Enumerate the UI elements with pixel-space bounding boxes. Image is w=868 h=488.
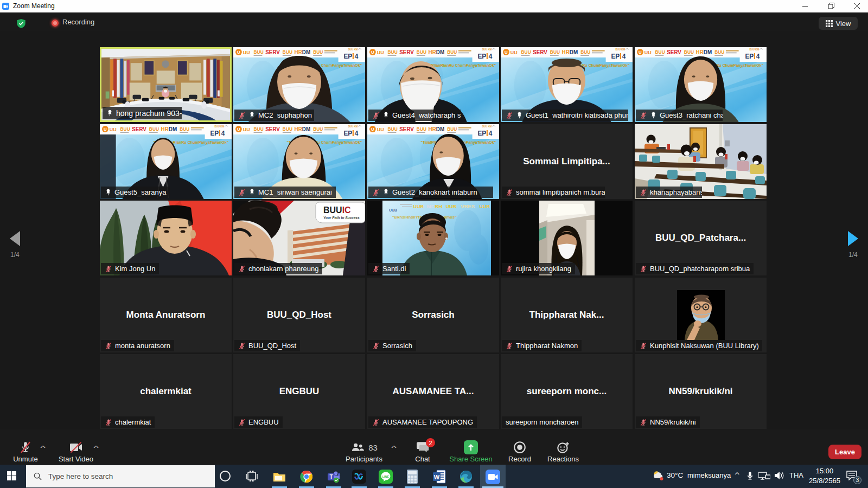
svg-text:HRDM: HRDM: [562, 49, 578, 55]
svg-text:BUU: BUU: [283, 49, 292, 55]
svg-text:Your Path to Success: Your Path to Success: [323, 216, 360, 220]
svg-text:UU: UU: [110, 127, 117, 132]
svg-text:U: U: [505, 50, 508, 55]
svg-text:BUU: BUU: [149, 126, 159, 132]
svg-text:BUU: BUU: [388, 49, 398, 55]
svg-text:SERV: SERV: [265, 49, 280, 55]
svg-text:BUU: BUU: [417, 126, 426, 132]
svg-text:MDRH: MDRH: [426, 203, 442, 209]
svg-text:T: T: [329, 474, 333, 480]
svg-text:4: 4: [489, 130, 493, 137]
svg-text:UU: UU: [644, 50, 652, 55]
svg-text:BUU: BUU: [254, 126, 264, 132]
svg-text:HRDM: HRDM: [161, 126, 177, 132]
svg-text:BUU KM: BUU KM: [482, 48, 492, 51]
svg-text:SERV: SERV: [399, 126, 414, 132]
svg-text:W: W: [434, 474, 440, 480]
svg-text:BUU: BUU: [388, 126, 398, 132]
svg-text:4: 4: [622, 53, 626, 60]
svg-text:BUU KM: BUU KM: [348, 125, 358, 128]
svg-text:BUU KM: BUU KM: [214, 125, 224, 128]
svg-text:UUB: UUB: [389, 208, 397, 212]
svg-text:BUU: BUU: [655, 49, 665, 55]
svg-text:BUU: BUU: [684, 49, 694, 55]
svg-text:BUU: BUU: [521, 49, 531, 55]
svg-text:U: U: [371, 50, 374, 55]
svg-text:EP: EP: [343, 130, 352, 137]
svg-text:UUB: UUB: [480, 204, 490, 209]
svg-text:4: 4: [756, 53, 760, 60]
svg-text:HRDM: HRDM: [696, 49, 712, 55]
svg-text:UU: UU: [243, 50, 250, 55]
svg-text:SERV: SERV: [132, 126, 146, 132]
svg-text:BUU: BUU: [313, 49, 323, 55]
svg-text:UU: UU: [510, 50, 518, 55]
svg-text:BUU KM: BUU KM: [749, 48, 759, 51]
svg-text:4: 4: [221, 130, 225, 137]
svg-text:VRES: VRES: [461, 203, 475, 209]
svg-text:SERV: SERV: [399, 49, 414, 55]
svg-text:SERV: SERV: [265, 126, 280, 132]
svg-text:U: U: [237, 50, 240, 55]
svg-text:BUU: BUU: [313, 126, 323, 132]
svg-text:SERV: SERV: [667, 49, 681, 55]
svg-text:U: U: [639, 50, 642, 55]
svg-text:U: U: [237, 127, 240, 132]
svg-text:BUU KM: BUU KM: [615, 48, 625, 51]
svg-text:BUU: BUU: [580, 49, 590, 55]
svg-text:BUU: BUU: [417, 49, 426, 55]
svg-text:BUU: BUU: [180, 126, 189, 132]
svg-text:U: U: [371, 127, 374, 132]
svg-text:BUU: BUU: [447, 126, 457, 132]
svg-text:4: 4: [489, 53, 493, 60]
svg-text:EP: EP: [477, 130, 486, 137]
svg-text:BUU: BUU: [447, 49, 457, 55]
svg-text:BUUIC: BUUIC: [323, 206, 351, 215]
svg-text:U: U: [104, 127, 107, 132]
svg-text:HRDM: HRDM: [295, 49, 311, 55]
svg-text:HRDM: HRDM: [295, 126, 311, 132]
svg-text:BUU: BUU: [550, 49, 560, 55]
svg-text:4: 4: [355, 130, 359, 137]
svg-text:SERV: SERV: [533, 49, 547, 55]
svg-text:BUU: BUU: [254, 49, 264, 55]
svg-text:EP: EP: [210, 130, 219, 137]
svg-text:HRDM: HRDM: [429, 49, 445, 55]
svg-text:UUB: UUB: [446, 204, 457, 209]
svg-text:4: 4: [355, 53, 359, 60]
svg-text:BUU: BUU: [714, 49, 724, 55]
svg-text:EP: EP: [745, 53, 754, 60]
svg-text:EP: EP: [477, 53, 486, 60]
svg-text:BUU KM: BUU KM: [482, 125, 492, 128]
svg-text:BUU: BUU: [120, 126, 130, 132]
svg-text:UU: UU: [377, 127, 384, 132]
svg-text:EP: EP: [343, 53, 352, 60]
svg-text:EP: EP: [611, 53, 620, 60]
svg-text:BUU: BUU: [283, 126, 292, 132]
svg-text:HRDM: HRDM: [429, 126, 445, 132]
svg-text:UU: UU: [377, 50, 384, 55]
svg-text:BUU KM: BUU KM: [348, 48, 358, 51]
svg-text:LINE: LINE: [382, 475, 390, 478]
svg-text:UU: UU: [243, 127, 250, 132]
svg-text:UUB: UUB: [413, 204, 424, 209]
